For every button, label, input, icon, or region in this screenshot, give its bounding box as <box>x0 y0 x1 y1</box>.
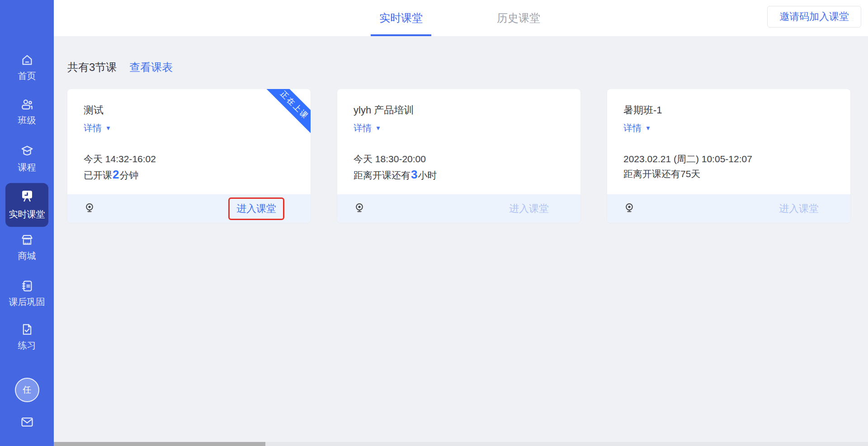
store-icon <box>20 233 34 247</box>
avatar-initial: 任 <box>23 384 32 396</box>
status-number: 3 <box>410 168 418 182</box>
top-header: 实时课堂 历史课堂 邀请码加入课堂 <box>54 0 868 36</box>
lesson-time: 今天 14:32-16:02 <box>84 153 156 165</box>
lesson-time: 2023.02.21 (周二) 10:05-12:07 <box>623 153 752 165</box>
lesson-status: 已开课2分钟 <box>84 168 138 182</box>
enter-classroom-button[interactable]: 进入课堂 <box>779 202 819 216</box>
lesson-status: 距离开课还有3小时 <box>354 168 437 182</box>
chevron-down-icon: ▼ <box>645 125 651 131</box>
avatar[interactable]: 任 <box>15 378 39 402</box>
sidebar-item-practice[interactable]: 练习 <box>0 323 54 352</box>
sidebar-item-label: 班级 <box>18 114 36 127</box>
lesson-card-list: 正在上课 测试 详情 ▼ 今天 14:32-16:02 已开课2分钟 进入课堂 … <box>67 89 850 223</box>
sidebar-item-home[interactable]: 首页 <box>0 53 54 82</box>
sidebar-item-label: 商城 <box>18 250 36 262</box>
card-footer: 进入课堂 <box>337 194 580 223</box>
details-dropdown[interactable]: 详情 ▼ <box>354 122 381 134</box>
lesson-title: 测试 <box>84 103 104 117</box>
sidebar-item-class[interactable]: 班级 <box>0 98 54 127</box>
sidebar: 首页 班级 课程 实时课堂 <box>0 0 54 446</box>
invite-code-join-button[interactable]: 邀请码加入课堂 <box>767 6 861 28</box>
lesson-title: 暑期班-1 <box>623 103 662 117</box>
chevron-down-icon: ▼ <box>105 125 111 131</box>
class-icon <box>20 98 34 111</box>
lesson-card: 正在上课 测试 详情 ▼ 今天 14:32-16:02 已开课2分钟 进入课堂 <box>67 89 311 223</box>
chevron-down-icon: ▼ <box>375 125 381 131</box>
sidebar-item-label: 课后巩固 <box>9 296 45 308</box>
webcam-icon <box>623 202 635 216</box>
status-number: 2 <box>112 168 119 182</box>
lesson-status: 距离开课还有75天 <box>623 168 701 180</box>
in-class-ribbon: 正在上课 <box>260 89 311 140</box>
sidebar-item-store[interactable]: 商城 <box>0 233 54 262</box>
mail-icon <box>20 422 34 430</box>
course-icon <box>20 145 34 158</box>
sidebar-item-label: 首页 <box>18 70 36 82</box>
practice-icon <box>20 323 34 336</box>
lesson-summary-row: 共有3节课 查看课表 <box>67 60 173 75</box>
details-dropdown[interactable]: 详情 ▼ <box>623 122 651 134</box>
highlight-box: 进入课堂 <box>228 197 284 220</box>
live-classroom-icon <box>20 189 34 205</box>
mail-button[interactable] <box>20 416 34 430</box>
tab-history-classroom[interactable]: 历史课堂 <box>478 0 559 36</box>
lesson-card: 暑期班-1 详情 ▼ 2023.02.21 (周二) 10:05-12:07 距… <box>607 89 850 223</box>
sidebar-item-label: 实时课堂 <box>9 208 45 221</box>
tab-bar: 实时课堂 历史课堂 <box>360 0 559 36</box>
enter-classroom-button[interactable]: 进入课堂 <box>509 202 549 216</box>
sidebar-item-review[interactable]: 课后巩固 <box>0 279 54 308</box>
webcam-icon <box>354 202 365 216</box>
webcam-icon <box>84 202 95 216</box>
notebook-icon <box>20 279 34 293</box>
sidebar-item-course[interactable]: 课程 <box>0 145 54 174</box>
home-icon <box>20 53 34 67</box>
lesson-time: 今天 18:30-20:00 <box>354 153 426 165</box>
details-dropdown[interactable]: 详情 ▼ <box>84 122 111 134</box>
tab-live-classroom[interactable]: 实时课堂 <box>360 0 442 36</box>
lesson-card: ylyh 产品培训 详情 ▼ 今天 18:30-20:00 距离开课还有3小时 … <box>337 89 580 223</box>
sidebar-item-label: 课程 <box>18 161 36 174</box>
horizontal-scrollbar-thumb[interactable] <box>41 442 265 446</box>
sidebar-item-label: 练习 <box>18 339 36 352</box>
lesson-title: ylyh 产品培训 <box>354 103 414 117</box>
card-footer: 进入课堂 <box>67 194 311 223</box>
card-footer: 进入课堂 <box>607 194 850 223</box>
view-schedule-link[interactable]: 查看课表 <box>129 60 173 75</box>
sidebar-item-live-classroom[interactable]: 实时课堂 <box>5 183 48 227</box>
lesson-count-text: 共有3节课 <box>67 60 117 75</box>
enter-classroom-button[interactable]: 进入课堂 <box>236 203 276 214</box>
